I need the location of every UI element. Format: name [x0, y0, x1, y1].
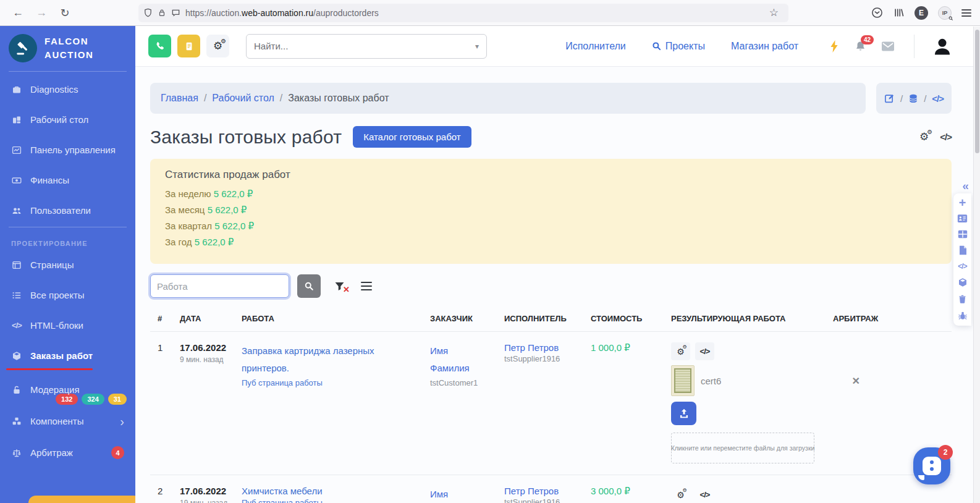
clear-filter-button[interactable]: ✕	[334, 281, 345, 292]
box-icon[interactable]	[958, 277, 968, 287]
col-date: ДАТА	[180, 314, 242, 323]
document-button[interactable]	[177, 35, 200, 57]
order-date: 17.06.2022	[180, 486, 226, 496]
pocket-icon[interactable]	[871, 7, 883, 19]
code-icon[interactable]: </>	[932, 93, 944, 104]
result-settings-button[interactable]: ⚙⚙	[671, 486, 690, 503]
supplier-name[interactable]: Петр Петров	[504, 342, 591, 353]
library-icon[interactable]	[893, 7, 905, 19]
result-code-button[interactable]: </>	[695, 342, 714, 360]
url-text[interactable]: https://auction.web-automation.ru/auprod…	[185, 8, 759, 18]
sidebar-item-moderation[interactable]: Модерация	[0, 374, 135, 400]
sidebar-item-components[interactable]: Компоненты ›	[0, 406, 135, 436]
work-title-link[interactable]: Заправка картриджа лазерных принтеров.	[242, 342, 430, 377]
work-filter-input[interactable]	[150, 274, 289, 298]
search-button[interactable]	[297, 274, 321, 298]
code-icon: </>	[700, 490, 710, 499]
sidebar-item-label: Финансы	[30, 175, 69, 185]
customer-first-name[interactable]: Имя	[430, 342, 504, 360]
browser-back-icon[interactable]: ←	[9, 4, 27, 22]
bookmark-star-icon[interactable]: ☆	[764, 5, 784, 20]
col-num: #	[158, 314, 180, 323]
breadcrumb-home[interactable]: Главная	[161, 93, 198, 104]
sidebar-item-dashboard[interactable]: Панель управления	[0, 135, 135, 165]
sidebar-item-pages[interactable]: Страницы	[0, 250, 135, 280]
search-icon	[304, 281, 314, 291]
page-scrollbar[interactable]	[973, 27, 980, 503]
view-menu-button[interactable]	[361, 282, 372, 291]
settings-button[interactable]: ⚙⚙	[206, 35, 229, 57]
add-icon[interactable]: +	[959, 198, 966, 207]
sales-stats-panel: Статистика продаж работ За неделю 5 622,…	[150, 159, 952, 264]
browser-forward-icon[interactable]: →	[32, 4, 51, 22]
file-icon[interactable]	[958, 245, 967, 255]
sidebar-item-all-projects[interactable]: Все проекты	[0, 280, 135, 310]
sidebar-item-diagnostics[interactable]: Diagnostics	[0, 74, 135, 104]
code-icon: </>	[700, 347, 710, 356]
database-icon[interactable]	[908, 93, 918, 104]
table-icon[interactable]	[958, 230, 968, 239]
trash-icon[interactable]	[958, 294, 967, 304]
lock-icon[interactable]	[158, 8, 166, 17]
gears-icon[interactable]: ⚙⚙	[919, 132, 929, 142]
file-thumbnail[interactable]	[671, 365, 695, 396]
brand[interactable]: FALCONAUCTION	[0, 26, 135, 70]
nav-projects[interactable]: Проекты	[652, 41, 705, 52]
person-icon	[932, 36, 953, 57]
work-public-page-link[interactable]: Пуб страница работы	[242, 498, 323, 503]
stats-title: Статистика продаж работ	[165, 169, 937, 181]
code-icon[interactable]: </>	[940, 132, 952, 142]
work-title-link[interactable]: Химчистка мебели	[242, 486, 430, 497]
sidebar-item-desktop[interactable]: Рабочий стол	[0, 104, 135, 135]
arbitration-cell	[833, 486, 952, 503]
sidebar-section-label: ПРОЕКТИРОВАНИЕ	[0, 230, 135, 250]
global-search-select[interactable]: Найти... ▾	[246, 34, 487, 59]
extension-e-icon[interactable]: E	[915, 6, 928, 20]
upload-button[interactable]	[671, 402, 696, 425]
sidebar-item-finance[interactable]: Финансы	[0, 165, 135, 195]
scrollbar-thumb[interactable]	[975, 30, 979, 153]
notifications-bell[interactable]: 42	[855, 40, 866, 53]
supplier-login: tstSupplier1916	[504, 497, 591, 503]
table-row: 1 17.06.2022 9 мин. назад Заправка картр…	[150, 331, 952, 475]
remove-file-icon[interactable]: ✕	[852, 375, 860, 387]
collapse-panel-icon[interactable]: «	[962, 179, 969, 193]
result-settings-button[interactable]: ⚙⚙	[671, 342, 690, 360]
sidebar-item-work-orders[interactable]: Заказы работ	[0, 340, 135, 374]
address-bar[interactable]: https://auction.web-automation.ru/auprod…	[138, 4, 788, 22]
shield-icon[interactable]	[143, 8, 153, 17]
arbitration-badge: 4	[111, 446, 124, 459]
order-date: 17.06.2022	[180, 342, 226, 353]
box-icon	[11, 351, 22, 361]
sidebar-item-users[interactable]: Пользователи	[0, 195, 135, 226]
bell-badge: 42	[861, 35, 874, 44]
chat-widget-button[interactable]: 2	[913, 447, 950, 484]
bug-icon[interactable]	[958, 311, 968, 321]
edit-icon[interactable]	[884, 93, 895, 104]
code-icon[interactable]: </>	[958, 262, 966, 271]
order-price: 3 000,0 ₽	[591, 486, 671, 503]
browser-reload-icon[interactable]: ↻	[56, 4, 74, 22]
customer-first-name[interactable]: Имя	[430, 486, 504, 503]
phone-button[interactable]	[148, 35, 171, 57]
result-code-button[interactable]: </>	[695, 486, 714, 503]
browser-menu-icon[interactable]	[961, 9, 971, 17]
search-placeholder: Найти...	[254, 41, 288, 51]
id-card-icon[interactable]	[957, 214, 968, 223]
sidebar-item-label: Рабочий стол	[30, 114, 88, 125]
sidebar-item-html-blocks[interactable]: </> HTML-блоки	[0, 310, 135, 340]
work-public-page-link[interactable]: Пуб страница работы	[242, 378, 323, 387]
nav-work-shop[interactable]: Магазин работ	[731, 41, 798, 52]
lightning-icon[interactable]	[829, 40, 839, 53]
customer-last-name[interactable]: Фамилия	[430, 360, 504, 377]
catalog-button[interactable]: Каталог готовых работ	[353, 126, 471, 148]
permissions-icon[interactable]	[171, 8, 180, 17]
user-avatar[interactable]	[931, 35, 954, 58]
breadcrumb-desktop[interactable]: Рабочий стол	[212, 93, 274, 104]
supplier-name[interactable]: Петр Петров	[504, 486, 591, 496]
extension-ip-icon[interactable]: IP	[938, 6, 952, 20]
sidebar-item-arbitration[interactable]: Арбитраж 4	[0, 436, 135, 469]
envelope-icon[interactable]	[882, 41, 894, 51]
file-dropzone[interactable]: Кликните или переместите файлы для загру…	[671, 433, 814, 463]
nav-performers[interactable]: Исполнители	[565, 41, 626, 52]
